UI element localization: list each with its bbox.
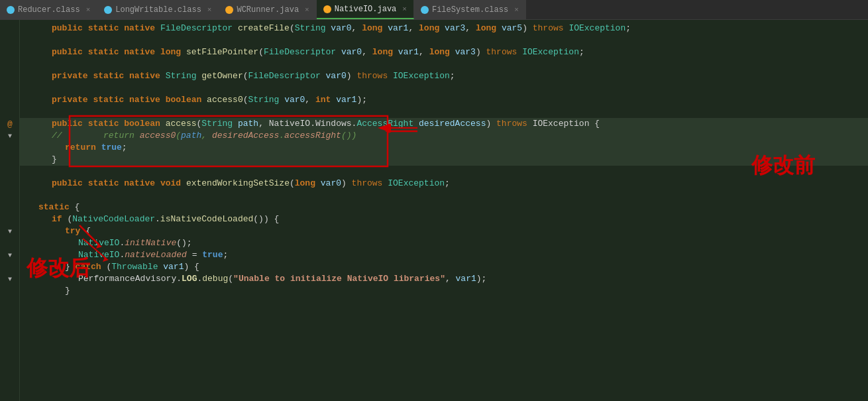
tab-filesystem[interactable]: FileSystem.class ×	[414, 0, 526, 19]
code-line-9: public static boolean access(String path…	[20, 118, 868, 130]
tab-label-reducer: Reducer.class	[18, 5, 80, 15]
tab-icon-longwritable	[104, 6, 112, 14]
code-line-7: private static native boolean access0(St…	[20, 94, 868, 106]
tab-label-longwritable: LongWritable.class	[115, 5, 201, 15]
code-line-24	[20, 297, 868, 309]
code-line-1: public static native FileDescriptor crea…	[20, 23, 868, 34]
tab-close-wcrunner[interactable]: ×	[305, 6, 309, 14]
gutter-marker-at: @	[1, 118, 19, 130]
code-line-14: public static native void extendWorkingS…	[20, 178, 868, 190]
tab-bar: Reducer.class × LongWritable.class × WCR…	[0, 0, 868, 20]
code-line-2	[20, 34, 868, 46]
tab-close-filesystem[interactable]: ×	[514, 6, 519, 14]
code-line-4	[20, 58, 868, 70]
code-line-21: } catch (Throwable var1) {	[20, 261, 868, 273]
code-line-8	[20, 106, 868, 118]
tab-label-filesystem: FileSystem.class	[432, 5, 508, 15]
code-line-10: // return access0(path, desiredAccess.ac…	[20, 130, 868, 142]
code-area: public static native FileDescriptor crea…	[20, 20, 868, 401]
code-line-13	[20, 166, 868, 178]
code-line-3: public static native long setFilePointer…	[20, 46, 868, 58]
gutter-marker-arrow1: ▼	[1, 130, 19, 142]
tab-icon-wcrunner	[225, 6, 233, 14]
gutter: @ ▼ ▼ ▼ ▼	[0, 20, 20, 401]
tab-nativeio[interactable]: NativeIO.java ×	[317, 0, 414, 19]
code-line-11: return true;	[20, 142, 868, 154]
gutter-marker-arrow4: ▼	[1, 273, 19, 285]
code-line-20: NativeIO.nativeLoaded = true;	[20, 249, 868, 261]
tab-close-reducer[interactable]: ×	[86, 6, 91, 14]
tab-close-longwritable[interactable]: ×	[207, 6, 212, 14]
tab-label-wcrunner: WCRunner.java	[237, 5, 299, 15]
gutter-marker-arrow3: ▼	[1, 249, 19, 261]
gutter-marker-arrow2: ▼	[1, 225, 19, 237]
tab-icon-filesystem	[421, 6, 429, 14]
code-line-19: NativeIO.initNative();	[20, 237, 868, 249]
code-line-23: }	[20, 285, 868, 297]
tab-icon-nativeio	[323, 5, 331, 13]
tab-label-nativeio: NativeIO.java	[335, 5, 397, 14]
tab-close-nativeio[interactable]: ×	[402, 5, 407, 13]
tab-wcrunner[interactable]: WCRunner.java ×	[219, 0, 316, 19]
tab-reducer[interactable]: Reducer.class ×	[0, 0, 97, 19]
code-line-18: try {	[20, 225, 868, 237]
code-line-5: private static native String getOwner(Fi…	[20, 70, 868, 82]
code-line-17: if (NativeCodeLoader.isNativeCodeLoaded(…	[20, 213, 868, 225]
tab-icon-reducer	[7, 6, 15, 14]
code-line-15	[20, 190, 868, 201]
code-line-16: static {	[20, 201, 868, 213]
tab-longwritable[interactable]: LongWritable.class ×	[97, 0, 219, 19]
editor-area: @ ▼ ▼ ▼ ▼ public static native FileDescr…	[0, 20, 868, 401]
code-line-12: }	[20, 154, 868, 166]
code-line-6	[20, 82, 868, 94]
code-line-22: PerformanceAdvisory.LOG.debug("Unable to…	[20, 273, 868, 285]
